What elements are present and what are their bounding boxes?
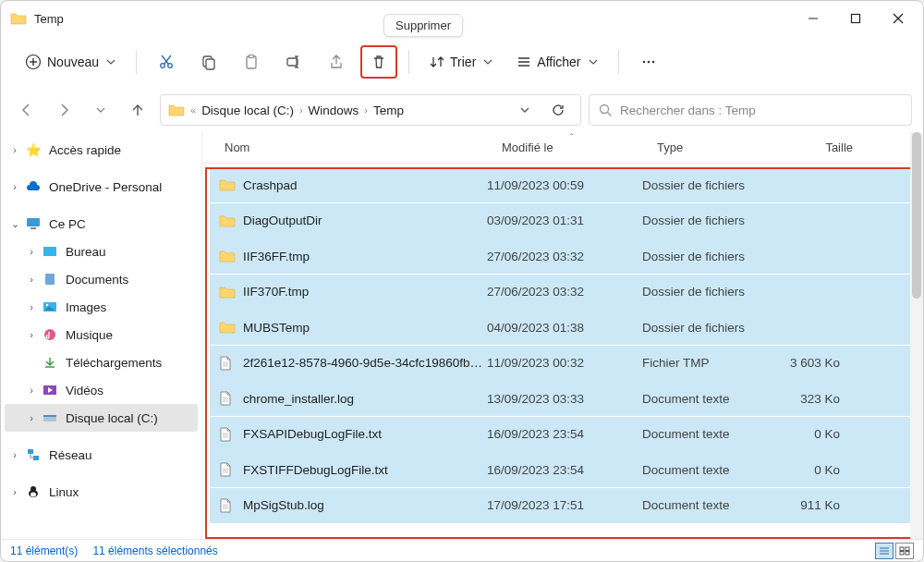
sidebar-quick-access[interactable]: ›⭐Accès rapide [1,136,201,164]
breadcrumb-seg[interactable]: Disque local (C:) [201,104,294,117]
close-button[interactable] [877,1,919,36]
file-size: 3 603 Ko [768,356,840,370]
scroll-thumb[interactable] [912,132,921,299]
path-dropdown[interactable] [512,104,538,116]
file-icon [219,356,236,371]
table-row[interactable]: 2f261e12-8578-4960-9d5e-34cfc19860fb…11/… [210,346,916,381]
chevron-right-icon: › [25,301,38,312]
breadcrumb-seg[interactable]: Temp [373,104,404,117]
sidebar-documents[interactable]: ›Documents [1,265,201,293]
table-row[interactable]: IIF370F.tmp27/06/2023 03:32Dossier de fi… [210,275,916,310]
chevron-right-icon: › [25,329,38,340]
cut-button[interactable] [148,45,185,79]
chevron-down-icon [483,57,492,67]
refresh-button[interactable] [543,103,573,117]
table-row[interactable]: FXSTIFFDebugLogFile.txt16/09/2023 23:54D… [210,452,916,487]
table-row[interactable]: chrome_installer.log13/09/2023 03:33Docu… [210,381,916,416]
table-row[interactable]: MpSigStub.log17/09/2023 17:51Document te… [210,488,916,523]
view-list-icon [517,55,531,69]
new-button[interactable]: Nouveau [16,45,125,79]
rename-button[interactable] [275,45,312,79]
file-size: 0 Ko [768,463,840,477]
file-type: Dossier de fichiers [642,285,768,299]
delete-button[interactable] [360,45,397,79]
view-label: Afficher [537,55,580,69]
up-button[interactable] [123,95,152,125]
svg-point-33 [44,329,55,340]
folder-icon [10,12,27,25]
breadcrumb-prefix: « [190,104,196,116]
table-row[interactable]: IIF36FF.tmp27/06/2023 03:32Dossier de fi… [210,238,916,274]
main-panel: ˆ Nom Modifié le Type Taille Crashpad11/… [202,132,923,539]
svg-point-40 [30,486,36,492]
statusbar: 11 élément(s) 11 éléments sélectionnés [1,539,923,561]
sort-icon [430,55,444,69]
sidebar-disk-c[interactable]: ›Disque local (C:) [5,404,198,432]
svg-rect-12 [206,59,214,69]
file-size: 323 Ko [768,392,840,406]
sidebar-music[interactable]: ›Musique [1,321,201,348]
sidebar-onedrive[interactable]: ›OneDrive - Personal [1,173,201,201]
sidebar-downloads[interactable]: Téléchargements [1,348,201,376]
cloud-icon [25,181,42,192]
svg-rect-14 [249,55,254,58]
chevron-right-icon: › [25,412,38,423]
status-selected: 11 éléments sélectionnés [92,544,217,557]
col-type[interactable]: Type [657,140,783,154]
file-modified: 04/09/2023 01:38 [487,321,642,335]
svg-point-22 [642,61,645,64]
table-row[interactable]: Crashpad11/09/2023 00:59Dossier de fichi… [210,167,916,202]
file-type: Dossier de fichiers [642,178,768,192]
table-row[interactable]: FXSAPIDebugLogFile.txt16/09/2023 23:54Do… [210,417,916,452]
breadcrumb-seg[interactable]: Windows [309,104,359,117]
file-icon [219,427,236,442]
maximize-button[interactable] [834,1,877,36]
sidebar-images[interactable]: ›Images [1,293,201,321]
linux-icon [25,485,42,498]
back-button[interactable] [12,95,42,125]
paste-icon [243,54,260,70]
rename-icon [286,54,302,70]
search-placeholder: Rechercher dans : Temp [620,104,756,117]
copy-button[interactable] [190,45,227,79]
file-type: Fichier TMP [642,356,768,370]
file-name: MUBSTemp [243,321,310,335]
search-icon [599,104,613,117]
more-button[interactable] [630,45,667,79]
breadcrumb[interactable]: « Disque local (C:) › Windows › Temp [160,94,581,126]
view-button[interactable]: Afficher [507,45,606,79]
paste-button[interactable] [233,45,270,79]
chevron-right-icon: › [364,104,368,116]
view-thumbnails-button[interactable] [895,543,914,559]
recent-button[interactable] [86,95,116,125]
svg-rect-28 [30,227,36,229]
sort-indicator-icon: ˆ [570,132,573,141]
ellipsis-icon [640,54,657,70]
sort-button[interactable]: Trier [420,45,502,79]
file-name: FXSTIFFDebugLogFile.txt [243,463,388,477]
col-name[interactable]: Nom [225,140,502,154]
minimize-button[interactable] [792,1,834,36]
sidebar-this-pc[interactable]: ⌄Ce PC [1,210,201,238]
search-input[interactable]: Rechercher dans : Temp [589,94,912,126]
desktop-icon [42,246,58,257]
file-name: DiagOutputDir [243,214,322,227]
sidebar-network[interactable]: ›Réseau [1,441,201,469]
chevron-right-icon: › [8,486,21,497]
chevron-right-icon: › [8,181,21,192]
file-modified: 11/09/2023 00:59 [487,178,642,192]
scrollbar[interactable] [910,132,923,539]
forward-button[interactable] [49,95,79,125]
col-size[interactable]: Taille [783,140,858,154]
sidebar-videos[interactable]: ›Vidéos [1,376,201,404]
sidebar-desktop[interactable]: ›Bureau [1,238,201,265]
share-button[interactable] [318,45,355,79]
sidebar-linux[interactable]: ›Linux [1,478,201,506]
file-modified: 27/06/2023 03:32 [487,250,642,263]
col-modified[interactable]: Modifié le [502,140,657,154]
column-headers: ˆ Nom Modifié le Type Taille [202,132,923,164]
file-name: IIF370F.tmp [243,285,309,299]
view-details-button[interactable] [875,543,894,559]
table-row[interactable]: MUBSTemp04/09/2023 01:38Dossier de fichi… [210,310,916,345]
table-row[interactable]: DiagOutputDir03/09/2023 01:31Dossier de … [210,203,916,238]
